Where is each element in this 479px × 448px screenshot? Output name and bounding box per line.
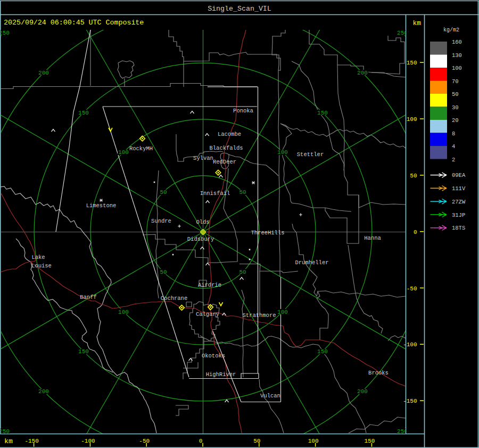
- svg-text:150: 150: [317, 348, 328, 355]
- svg-text:ThreeHills: ThreeHills: [251, 230, 284, 236]
- svg-text:30: 30: [452, 104, 459, 111]
- svg-text:160: 160: [452, 39, 462, 45]
- svg-text:50: 50: [410, 173, 417, 179]
- svg-text:4: 4: [452, 143, 455, 150]
- svg-text:RockyMH: RockyMH: [129, 145, 153, 152]
- svg-text:km: km: [4, 437, 13, 445]
- svg-text:Louise: Louise: [31, 263, 52, 269]
- svg-text:Drumheller: Drumheller: [295, 259, 328, 266]
- svg-text:18TS: 18TS: [452, 225, 465, 231]
- svg-text:kg/m2: kg/m2: [443, 27, 459, 33]
- svg-text:Sylvan: Sylvan: [193, 155, 213, 161]
- svg-text:HighRiver: HighRiver: [206, 371, 236, 378]
- svg-text:Brooks: Brooks: [368, 370, 389, 376]
- svg-text:0: 0: [199, 438, 203, 444]
- svg-text:Banff: Banff: [80, 294, 97, 300]
- svg-text:100: 100: [118, 309, 129, 315]
- svg-text:Strathmore: Strathmore: [242, 312, 276, 319]
- svg-text:150: 150: [364, 438, 375, 444]
- svg-text:km: km: [413, 19, 422, 27]
- svg-text:Blackfalds: Blackfalds: [209, 145, 243, 151]
- svg-text:31JP: 31JP: [452, 212, 465, 218]
- svg-text:20: 20: [452, 117, 459, 124]
- svg-text:RedDeer: RedDeer: [213, 159, 236, 165]
- svg-text:-50: -50: [139, 438, 150, 444]
- svg-text:27ZW: 27ZW: [452, 199, 466, 205]
- svg-text:Single_Scan_VIL: Single_Scan_VIL: [208, 5, 271, 13]
- svg-text:200: 200: [357, 388, 368, 395]
- svg-text:2025/09/24 06:00:45 UTC Compos: 2025/09/24 06:00:45 UTC Composite: [4, 19, 144, 27]
- svg-text:Sundre: Sundre: [151, 218, 171, 224]
- svg-text:111V: 111V: [452, 185, 466, 192]
- svg-text:50: 50: [452, 91, 459, 97]
- svg-text:50: 50: [160, 269, 167, 275]
- svg-text:250: 250: [0, 30, 10, 36]
- svg-text:Lacombe: Lacombe: [218, 131, 241, 137]
- svg-text:Didsbury: Didsbury: [187, 236, 214, 242]
- svg-text:Limestone: Limestone: [86, 202, 117, 209]
- svg-text:-100: -100: [81, 438, 95, 444]
- svg-text:50: 50: [239, 189, 246, 196]
- svg-text:Ponoka: Ponoka: [233, 108, 253, 114]
- svg-text:Lake: Lake: [31, 254, 45, 260]
- svg-text:150: 150: [407, 60, 417, 66]
- svg-text:Okotoks: Okotoks: [202, 353, 225, 359]
- svg-text:100: 100: [407, 116, 417, 123]
- svg-text:Cochrane: Cochrane: [161, 295, 187, 302]
- svg-text:Vulcan: Vulcan: [260, 393, 280, 399]
- svg-text:150: 150: [78, 348, 89, 355]
- svg-text:200: 200: [38, 70, 49, 76]
- svg-text:50: 50: [160, 189, 167, 196]
- svg-text:Airdrie: Airdrie: [198, 282, 221, 288]
- svg-text:Calgary: Calgary: [196, 311, 219, 317]
- svg-text:200: 200: [38, 388, 49, 395]
- svg-text:-150: -150: [403, 398, 417, 404]
- svg-text:100: 100: [452, 65, 462, 71]
- svg-text:0: 0: [414, 229, 417, 235]
- svg-text:8: 8: [452, 131, 455, 137]
- svg-text:130: 130: [452, 52, 462, 59]
- svg-text:50: 50: [239, 269, 246, 275]
- svg-text:200: 200: [357, 70, 368, 76]
- svg-text:Innisfail: Innisfail: [200, 190, 230, 197]
- svg-text:Hanna: Hanna: [364, 235, 381, 241]
- svg-text:150: 150: [78, 110, 89, 116]
- svg-text:100: 100: [308, 438, 319, 444]
- svg-text:100: 100: [277, 309, 288, 315]
- svg-text:100: 100: [118, 149, 129, 156]
- svg-text:-100: -100: [403, 341, 417, 348]
- svg-text:-150: -150: [24, 438, 38, 444]
- svg-text:Stettler: Stettler: [297, 151, 324, 158]
- svg-text:09EA: 09EA: [452, 172, 466, 178]
- svg-text:-50: -50: [407, 286, 417, 292]
- svg-text:150: 150: [317, 110, 328, 116]
- svg-text:Olds: Olds: [196, 219, 209, 225]
- svg-text:2: 2: [452, 157, 455, 163]
- svg-text:100: 100: [277, 149, 288, 156]
- svg-text:70: 70: [452, 78, 459, 85]
